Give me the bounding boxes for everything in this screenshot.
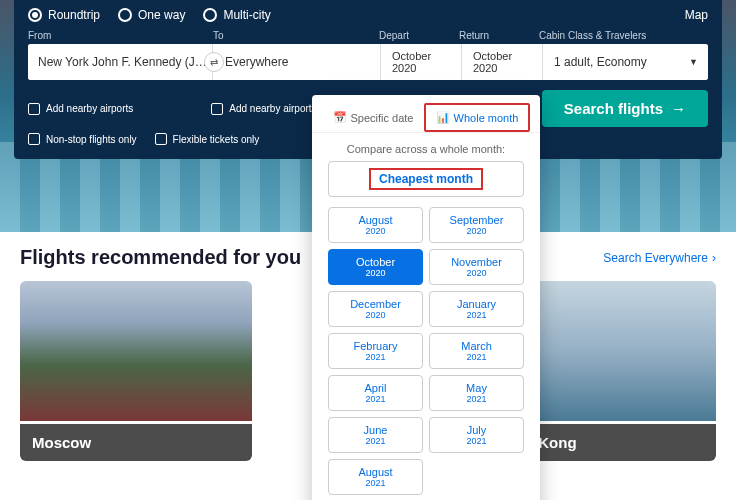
label-from: From [28,30,213,41]
month-option[interactable]: November2020 [429,249,524,285]
month-option[interactable]: July2021 [429,417,524,453]
month-option[interactable]: August2021 [328,459,423,495]
label-depart: Depart [379,30,459,41]
month-option[interactable]: March2021 [429,333,524,369]
flexible-checkbox[interactable]: Flexible tickets only [155,133,260,145]
card-destination: Moscow [20,424,252,461]
label-return: Return [459,30,539,41]
cheapest-month-button[interactable]: Cheapest month [328,161,524,197]
chart-icon: 📊 [436,111,450,124]
compare-text: Compare across a whole month: [312,133,540,161]
nearby-to-checkbox[interactable]: Add nearby airports [211,103,316,115]
month-option[interactable]: August2020 [328,207,423,243]
month-option[interactable]: October2020 [328,249,423,285]
arrow-right-icon: → [671,100,686,117]
search-flights-button[interactable]: Search flights→ [542,90,708,127]
tab-specific-date[interactable]: 📅Specific date [322,103,424,132]
label-cabin: Cabin Class & Travelers [539,30,708,41]
from-input[interactable]: New York John F. Kennedy (J… [28,44,213,80]
month-option[interactable]: February2021 [328,333,423,369]
chevron-down-icon: ▼ [689,57,698,67]
month-option[interactable]: May2021 [429,375,524,411]
recommended-card[interactable]: Moscow [20,281,252,461]
month-option[interactable]: June2021 [328,417,423,453]
cancel-button[interactable]: Cancel [312,495,540,500]
trip-multicity-radio[interactable]: Multi-city [203,8,270,22]
chevron-right-icon: › [712,251,716,265]
month-option[interactable]: December2020 [328,291,423,327]
tab-whole-month[interactable]: 📊Whole month [424,103,530,132]
swap-icon[interactable]: ⇄ [204,52,224,72]
map-link[interactable]: Map [685,8,708,22]
trip-oneway-radio[interactable]: One way [118,8,185,22]
month-option[interactable]: September2020 [429,207,524,243]
card-image [20,281,252,421]
month-option[interactable]: April2021 [328,375,423,411]
date-popover: 📅Specific date 📊Whole month Compare acro… [312,95,540,500]
label-to: To [213,30,379,41]
nonstop-checkbox[interactable]: Non-stop flights only [28,133,137,145]
trip-roundtrip-radio[interactable]: Roundtrip [28,8,100,22]
search-everywhere-link[interactable]: Search Everywhere› [603,251,716,265]
recommended-title: Flights recommended for you [20,246,301,269]
month-option[interactable]: January2021 [429,291,524,327]
nearby-from-checkbox[interactable]: Add nearby airports [28,103,133,115]
calendar-icon: 📅 [333,111,347,124]
depart-input[interactable]: October 2020 [382,44,462,80]
return-input[interactable]: October 2020 [463,44,543,80]
to-input[interactable]: Everywhere [215,44,381,80]
cabin-input[interactable]: 1 adult, Economy▼ [544,44,708,80]
